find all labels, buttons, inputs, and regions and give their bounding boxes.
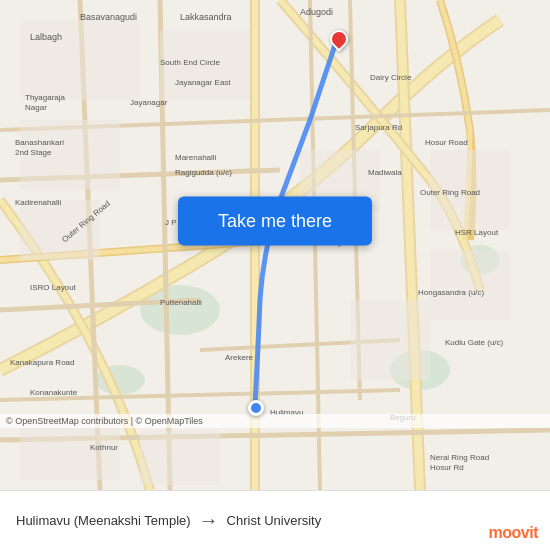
route-info: Hulimavu (Meenakshi Temple) → Christ Uni… <box>16 509 534 532</box>
svg-text:Arekere: Arekere <box>225 353 254 362</box>
svg-text:Adugodi: Adugodi <box>300 7 333 17</box>
svg-text:Marenahalli: Marenahalli <box>175 153 217 162</box>
svg-text:South End Circle: South End Circle <box>160 58 221 67</box>
svg-text:Ragigudda (u/c): Ragigudda (u/c) <box>175 168 232 177</box>
svg-text:Banashankari: Banashankari <box>15 138 64 147</box>
map-container: Lalbagh Basavanagudi Lakkasandra Adugodi… <box>0 0 550 490</box>
svg-rect-8 <box>20 200 100 260</box>
svg-text:Lalbagh: Lalbagh <box>30 32 62 42</box>
svg-text:Konanakunte: Konanakunte <box>30 388 78 397</box>
svg-text:Basavanagudi: Basavanagudi <box>80 12 137 22</box>
svg-text:Kanakapura Road: Kanakapura Road <box>10 358 75 367</box>
svg-text:Nagar: Nagar <box>25 103 47 112</box>
svg-rect-11 <box>430 250 510 320</box>
svg-text:Hosur Rd: Hosur Rd <box>430 463 464 472</box>
svg-text:Kothnur: Kothnur <box>90 443 118 452</box>
svg-text:Sarjapura Rd: Sarjapura Rd <box>355 123 402 132</box>
svg-text:Puttenahalli: Puttenahalli <box>160 298 202 307</box>
svg-text:HSR Layout: HSR Layout <box>455 228 499 237</box>
svg-text:Lakkasandra: Lakkasandra <box>180 12 232 22</box>
svg-text:Dairy Circle: Dairy Circle <box>370 73 412 82</box>
svg-text:Kadirenahalli: Kadirenahalli <box>15 198 61 207</box>
svg-text:Hosur Road: Hosur Road <box>425 138 468 147</box>
arrow-icon: → <box>199 509 219 532</box>
origin-pin <box>248 400 264 416</box>
map-attribution: © OpenStreetMap contributors | © OpenMap… <box>0 414 550 428</box>
svg-text:Outer Ring Road: Outer Ring Road <box>420 188 480 197</box>
svg-text:ISRO Layout: ISRO Layout <box>30 283 77 292</box>
bottom-bar: Hulimavu (Meenakshi Temple) → Christ Uni… <box>0 490 550 550</box>
svg-text:Jayanagar East: Jayanagar East <box>175 78 231 87</box>
svg-rect-14 <box>140 430 220 485</box>
svg-text:Jayanagar: Jayanagar <box>130 98 168 107</box>
svg-rect-12 <box>350 300 430 380</box>
svg-text:Hongasandra (u/c): Hongasandra (u/c) <box>418 288 485 297</box>
take-me-there-button[interactable]: Take me there <box>178 196 372 245</box>
svg-text:Madiwala: Madiwala <box>368 168 402 177</box>
destination-location: Christ University <box>227 513 322 528</box>
svg-text:Neral Ring Road: Neral Ring Road <box>430 453 489 462</box>
origin-location: Hulimavu (Meenakshi Temple) <box>16 513 191 528</box>
svg-text:2nd Stage: 2nd Stage <box>15 148 52 157</box>
svg-text:Thyagaraja: Thyagaraja <box>25 93 66 102</box>
moovit-logo: moovit <box>489 524 538 542</box>
svg-text:Kudlu Gate (u/c): Kudlu Gate (u/c) <box>445 338 504 347</box>
destination-pin <box>330 30 348 48</box>
